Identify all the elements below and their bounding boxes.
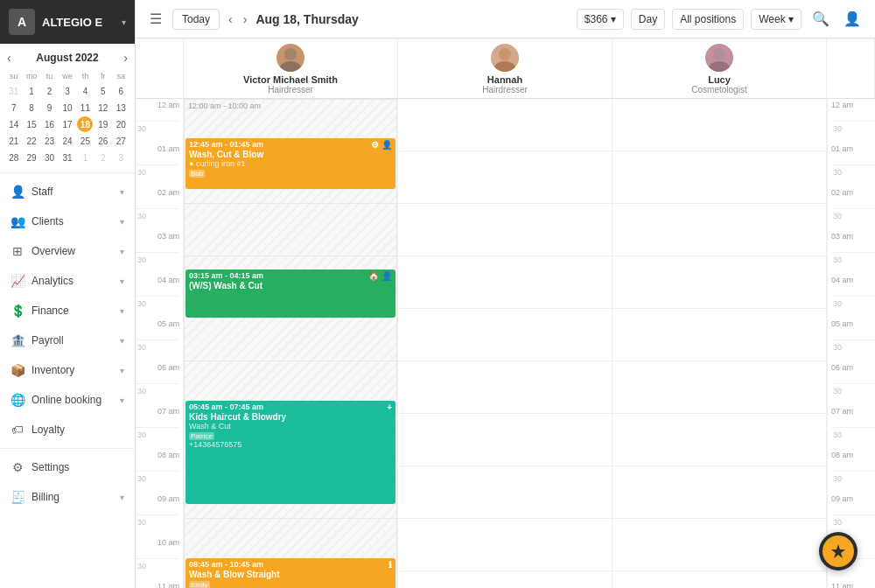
toolbar: ☰ Today ‹ › Aug 18, Thursday $366 ▾ Day …: [136, 0, 875, 38]
cal-day[interactable]: 9: [42, 100, 58, 116]
staff-role-lucy: Cosmetologist: [691, 85, 746, 94]
cal-day[interactable]: 29: [24, 150, 39, 165]
cal-day[interactable]: 11: [77, 100, 93, 116]
sidebar-item-billing[interactable]: 🧾 Billing ▾: [0, 482, 135, 512]
cal-day[interactable]: 16: [42, 116, 58, 132]
time-half: 30: [136, 427, 179, 449]
sidebar-item-overview[interactable]: ⊞ Overview ▾: [0, 236, 135, 266]
current-date-label: Aug 18, Thursday: [256, 12, 358, 26]
cal-day[interactable]: 27: [113, 133, 129, 149]
event-badge: Patrice: [189, 432, 214, 440]
cal-day[interactable]: 28: [6, 150, 22, 165]
chevron-icon: ▾: [120, 396, 124, 405]
svg-point-5: [709, 61, 730, 72]
sidebar-item-analytics[interactable]: 📈 Analytics ▾: [0, 266, 135, 296]
cal-day[interactable]: 2: [95, 150, 111, 165]
cal-day[interactable]: 13: [113, 100, 129, 116]
amount-button[interactable]: $366 ▾: [577, 9, 624, 30]
time-label: 03 am: [136, 230, 179, 252]
cal-day[interactable]: 30: [42, 150, 58, 165]
cal-day[interactable]: 3: [113, 150, 129, 165]
sidebar-item-label: Settings: [32, 461, 124, 473]
cal-day[interactable]: 1: [77, 150, 93, 165]
sidebar-item-finance[interactable]: 💲 Finance ▾: [0, 296, 135, 326]
right-time-label: 08 am: [831, 449, 875, 471]
time-slot: 01 am 30: [136, 143, 183, 186]
positions-button[interactable]: All positions: [672, 9, 744, 30]
cal-day[interactable]: 14: [6, 116, 22, 132]
event-wash-cut-blow[interactable]: 12:45 am - 01:45 am ⚙ 👤 Wash, Cut & Blow…: [186, 138, 396, 189]
cal-day[interactable]: 12: [95, 100, 111, 116]
staff-grid-col-lucy[interactable]: [612, 99, 827, 588]
cal-day[interactable]: 8: [24, 100, 39, 116]
next-date-button[interactable]: ›: [242, 12, 249, 26]
staff-grid-col-hannah[interactable]: [398, 99, 612, 588]
sidebar-item-staff[interactable]: 👤 Staff ▾: [0, 177, 135, 206]
cal-day[interactable]: 25: [77, 133, 93, 149]
week-view-button[interactable]: Week ▾: [751, 9, 802, 30]
right-time-slot: 04 am 30: [828, 274, 875, 318]
sidebar-collapse-icon[interactable]: ▾: [122, 18, 126, 27]
cal-day[interactable]: 23: [42, 133, 58, 149]
cal-day[interactable]: 17: [60, 116, 75, 132]
cal-day[interactable]: 2: [42, 83, 58, 99]
event-icons: 🏠 👤: [368, 271, 392, 281]
cal-day[interactable]: 3: [60, 83, 75, 99]
cal-day[interactable]: 24: [60, 133, 75, 149]
sidebar-item-payroll[interactable]: 🏦 Payroll ▾: [0, 326, 135, 355]
cal-day-today[interactable]: 18: [77, 116, 93, 132]
sidebar-item-settings[interactable]: ⚙ Settings: [0, 452, 135, 482]
event-kids-haircut[interactable]: 05:45 am - 07:45 am + Kids Haircut & Blo…: [186, 401, 396, 504]
event-wash-blow-straight[interactable]: 08:45 am - 10:45 am ℹ Wash & Blow Straig…: [186, 558, 396, 588]
right-time-slot: 06 am 30: [828, 361, 875, 405]
sidebar-item-inventory[interactable]: 📦 Inventory ▾: [0, 355, 135, 385]
event-subtitle: Wash & Cut: [189, 422, 392, 430]
cal-day[interactable]: 1: [24, 83, 39, 99]
time-label: 05 am: [136, 318, 179, 340]
time-slot: 07 am 30: [136, 405, 183, 449]
cal-day[interactable]: 20: [113, 116, 129, 132]
cal-day[interactable]: 22: [24, 133, 39, 149]
cal-day[interactable]: 31: [60, 150, 75, 165]
time-label: 04 am: [136, 274, 179, 296]
right-time-slot: 05 am 30: [828, 318, 875, 361]
time-column-left: 12 am 30 01 am 30 02 am 30 03 am 30 04 a…: [136, 99, 184, 588]
finance-icon: 💲: [10, 304, 24, 318]
prev-date-button[interactable]: ‹: [227, 12, 234, 26]
today-button[interactable]: Today: [172, 9, 220, 30]
fab-button[interactable]: [819, 532, 858, 570]
chevron-icon: ▾: [120, 276, 124, 286]
chevron-icon: ▾: [120, 366, 124, 375]
staff-col-lucy: Lucy Cosmetologist: [612, 38, 827, 98]
event-wash-cut[interactable]: 03:15 am - 04:15 am 🏠 👤 (W/S) Wash & Cut: [186, 270, 396, 318]
sidebar-item-clients[interactable]: 👥 Clients ▾: [0, 206, 135, 236]
cal-day[interactable]: 31: [6, 83, 22, 99]
day-view-button[interactable]: Day: [631, 9, 665, 30]
cal-day[interactable]: 7: [6, 100, 22, 116]
cal-day[interactable]: 15: [24, 116, 39, 132]
cal-day[interactable]: 21: [6, 133, 22, 149]
sidebar-item-label: Overview: [32, 245, 113, 257]
sidebar-item-label: Online booking: [32, 394, 113, 406]
event-title: (W/S) Wash & Cut: [189, 281, 392, 290]
cal-day[interactable]: 10: [60, 100, 75, 116]
calendar-prev-btn[interactable]: ‹: [5, 51, 13, 65]
cal-day[interactable]: 4: [77, 83, 93, 99]
time-label: 02 am: [136, 186, 179, 208]
sidebar-item-loyalty[interactable]: 🏷 Loyalty: [0, 415, 135, 444]
cal-day[interactable]: 6: [113, 83, 129, 99]
event-icons: ℹ: [388, 560, 392, 570]
search-button[interactable]: 🔍: [808, 10, 833, 27]
time-half: 30: [136, 164, 179, 186]
staff-grid-col-victor[interactable]: 12:00 am - 10:00 am: [184, 99, 398, 588]
time-slot: 10 am 30: [136, 536, 183, 580]
menu-button[interactable]: ☰: [146, 10, 165, 27]
user-profile-button[interactable]: 👤: [840, 10, 864, 27]
cal-day[interactable]: 26: [95, 133, 111, 149]
calendar-next-btn[interactable]: ›: [122, 51, 130, 65]
analytics-icon: 📈: [10, 274, 24, 288]
sidebar-item-online-booking[interactable]: 🌐 Online booking ▾: [0, 385, 135, 415]
cal-day[interactable]: 19: [95, 116, 111, 132]
cal-day[interactable]: 5: [95, 83, 111, 99]
time-label: 10 am: [136, 536, 179, 558]
